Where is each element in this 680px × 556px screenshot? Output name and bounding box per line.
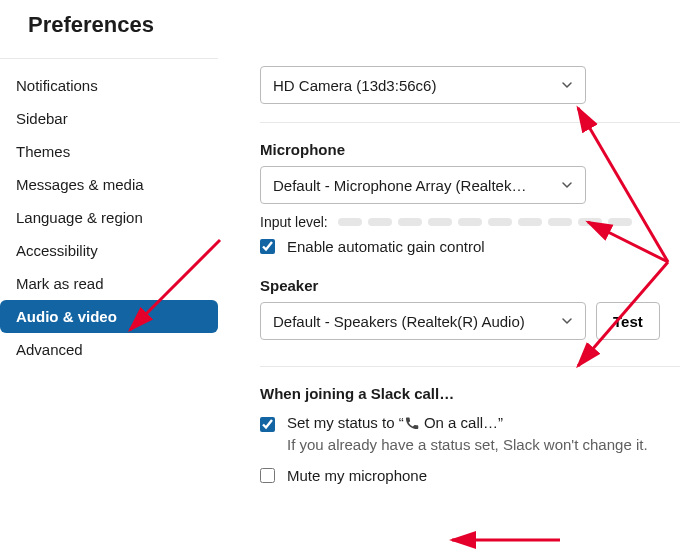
main-panel: HD Camera (13d3:56c6) Microphone Default… — [218, 58, 680, 484]
mute-mic-label: Mute my microphone — [287, 467, 427, 484]
sidebar-item-themes[interactable]: Themes — [0, 135, 218, 168]
camera-select-value: HD Camera (13d3:56c6) — [273, 77, 436, 94]
sidebar-item-language-region[interactable]: Language & region — [0, 201, 218, 234]
camera-select[interactable]: HD Camera (13d3:56c6) — [260, 66, 586, 104]
divider — [260, 122, 680, 123]
microphone-label: Microphone — [260, 141, 680, 158]
test-speaker-button[interactable]: Test — [596, 302, 660, 340]
joining-heading: When joining a Slack call… — [260, 385, 680, 402]
agc-label: Enable automatic gain control — [287, 238, 485, 255]
speaker-select[interactable]: Default - Speakers (Realtek(R) Audio) — [260, 302, 586, 340]
sidebar-item-mark-as-read[interactable]: Mark as read — [0, 267, 218, 300]
chevron-down-icon — [561, 179, 573, 191]
sidebar-item-accessibility[interactable]: Accessibility — [0, 234, 218, 267]
microphone-select-value: Default - Microphone Array (Realtek… — [273, 177, 526, 194]
speaker-label: Speaker — [260, 277, 680, 294]
sidebar-item-messages-media[interactable]: Messages & media — [0, 168, 218, 201]
chevron-down-icon — [561, 79, 573, 91]
sidebar-item-sidebar[interactable]: Sidebar — [0, 102, 218, 135]
page-title: Preferences — [0, 0, 680, 58]
sidebar-item-notifications[interactable]: Notifications — [0, 69, 218, 102]
input-level-label: Input level: — [260, 214, 328, 230]
microphone-select[interactable]: Default - Microphone Array (Realtek… — [260, 166, 586, 204]
set-status-label: Set my status to “ On a call…” — [287, 414, 503, 434]
set-status-note: If you already have a status set, Slack … — [287, 436, 680, 453]
set-status-checkbox[interactable] — [260, 417, 275, 432]
phone-icon — [404, 415, 420, 434]
speaker-select-value: Default - Speakers (Realtek(R) Audio) — [273, 313, 525, 330]
sidebar: Notifications Sidebar Themes Messages & … — [0, 58, 218, 484]
input-level-meter — [338, 218, 632, 226]
mute-mic-checkbox[interactable] — [260, 468, 275, 483]
chevron-down-icon — [561, 315, 573, 327]
sidebar-item-audio-video[interactable]: Audio & video — [0, 300, 218, 333]
sidebar-item-advanced[interactable]: Advanced — [0, 333, 218, 366]
divider — [260, 366, 680, 367]
agc-checkbox[interactable] — [260, 239, 275, 254]
